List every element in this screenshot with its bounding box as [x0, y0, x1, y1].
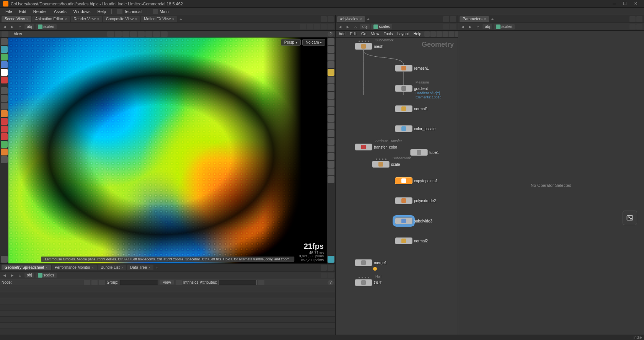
snap3-tool-icon[interactable]: [1, 133, 8, 140]
table-row[interactable]: [0, 323, 335, 329]
node-normal1[interactable]: normal1: [395, 105, 428, 112]
tab-geometry-spreadsheet[interactable]: Geometry Spreadsheet×: [2, 265, 51, 270]
view-menu-icon[interactable]: [2, 31, 8, 37]
tab-scene-view[interactable]: Scene View×: [2, 16, 31, 22]
path-obj[interactable]: obj: [24, 24, 34, 29]
filter-icon[interactable]: [258, 280, 264, 285]
display-opt-icon[interactable]: [328, 115, 334, 122]
menu-windows[interactable]: Windows: [70, 8, 94, 15]
menu-edit[interactable]: Edit: [16, 8, 29, 15]
close-icon[interactable]: ×: [484, 17, 486, 21]
add-tab-button[interactable]: +: [154, 265, 160, 270]
close-icon[interactable]: ×: [121, 266, 123, 270]
close-icon[interactable]: ×: [148, 266, 150, 270]
vp-tool-icon[interactable]: [145, 31, 152, 37]
pin-icon[interactable]: [300, 24, 306, 29]
display-opt-icon[interactable]: [328, 153, 334, 160]
pin-icon[interactable]: [321, 273, 327, 278]
net-tool-icon[interactable]: [424, 31, 430, 37]
back-button[interactable]: ◄: [2, 24, 8, 29]
display-opt-icon[interactable]: [328, 46, 334, 53]
display-opt-icon[interactable]: [328, 138, 334, 145]
path-scales[interactable]: scales: [36, 273, 56, 278]
move-tool-icon[interactable]: [1, 46, 8, 53]
snapshot-icon[interactable]: [314, 24, 320, 29]
node-remesh1[interactable]: remesh1: [395, 65, 429, 72]
table-row[interactable]: [0, 298, 335, 304]
snap2-tool-icon[interactable]: [1, 126, 8, 132]
node-OUT[interactable]: OUTNull: [355, 279, 382, 286]
home-icon[interactable]: ⌂: [17, 24, 23, 29]
network-canvas[interactable]: Geometry: [336, 38, 458, 340]
vertices-icon[interactable]: [91, 280, 98, 285]
link-icon[interactable]: [636, 24, 642, 29]
forward-button[interactable]: ►: [467, 24, 473, 29]
display-opt-icon[interactable]: [328, 107, 334, 114]
magnet-tool-icon[interactable]: [1, 110, 8, 117]
net-menu-edit[interactable]: Edit: [349, 32, 358, 36]
display-opt-icon[interactable]: [328, 61, 334, 68]
link-icon[interactable]: [307, 24, 313, 29]
menu-file[interactable]: File: [2, 8, 15, 15]
menu-render[interactable]: Render: [30, 8, 50, 15]
vp-tool-icon[interactable]: [107, 31, 114, 37]
close-button[interactable]: ✕: [630, 1, 641, 7]
view-label[interactable]: View: [9, 32, 27, 36]
view-label[interactable]: View: [160, 280, 174, 284]
tab-bundle-list[interactable]: Bundle List×: [98, 265, 126, 270]
net-menu-tools[interactable]: Tools: [382, 32, 394, 36]
group-field[interactable]: [120, 280, 158, 285]
node-transfer_color[interactable]: transfer_colorAttribute Transfer: [355, 144, 397, 150]
paint-tool-icon[interactable]: [1, 95, 8, 102]
prims-icon[interactable]: [99, 280, 105, 285]
tab-render-view[interactable]: Render View×: [71, 16, 102, 22]
display-opt-icon[interactable]: [328, 130, 334, 137]
sculpt-tool-icon[interactable]: [1, 103, 8, 110]
close-icon[interactable]: ×: [97, 17, 99, 21]
link-icon[interactable]: [450, 24, 456, 29]
lighting-icon[interactable]: [328, 69, 334, 76]
node-merge1[interactable]: merge1: [355, 259, 387, 266]
display-opt-icon[interactable]: [328, 145, 334, 152]
tab-motion-fx-view[interactable]: Motion FX View×: [141, 16, 177, 22]
net-menu-layout[interactable]: Layout: [396, 32, 410, 36]
flipbook-icon[interactable]: [328, 24, 334, 29]
pane-expand-icon[interactable]: [636, 16, 642, 22]
tab-composite-view[interactable]: Composite View×: [103, 16, 140, 22]
close-icon[interactable]: ×: [172, 17, 174, 21]
net-menu-add[interactable]: Add: [337, 32, 347, 36]
close-icon[interactable]: ×: [92, 266, 94, 270]
scale-tool-icon[interactable]: [1, 61, 8, 68]
close-icon[interactable]: ×: [135, 17, 137, 21]
pane-expand-icon[interactable]: [450, 16, 456, 22]
display-opt-icon[interactable]: [328, 161, 334, 168]
desktop-technical[interactable]: Technical: [114, 8, 145, 15]
back-button[interactable]: ◄: [2, 273, 8, 278]
home-icon[interactable]: ⌂: [17, 273, 23, 278]
picture-in-picture-button[interactable]: [623, 211, 637, 225]
display-opt-icon[interactable]: [328, 176, 334, 183]
help-icon[interactable]: ?: [328, 280, 334, 285]
path-scales[interactable]: scales: [494, 24, 514, 29]
tab-performance-monitor[interactable]: Performance Monitor×: [52, 265, 97, 270]
snap-tool-icon[interactable]: [1, 118, 8, 125]
points-icon[interactable]: [84, 280, 90, 285]
home-icon[interactable]: ⌂: [475, 24, 481, 29]
vp-tool-icon[interactable]: [153, 31, 160, 37]
display-settings-icon[interactable]: [328, 256, 334, 263]
pane-expand-icon[interactable]: [328, 265, 334, 271]
camera-select-button[interactable]: No cam ▾: [302, 39, 325, 46]
path-obj[interactable]: obj: [24, 273, 34, 278]
tab-network[interactable]: /obj/scales×: [337, 16, 365, 22]
tab-animation-editor[interactable]: Animation Editor×: [32, 16, 70, 22]
pointer-tool-icon[interactable]: [1, 69, 8, 76]
display-opt-icon[interactable]: [328, 92, 334, 99]
home-icon[interactable]: ⌂: [352, 24, 359, 29]
select-tool-icon[interactable]: [1, 38, 8, 45]
pane-menu-icon[interactable]: [443, 16, 449, 22]
node-subdivide3[interactable]: subdivide3: [395, 217, 432, 224]
close-icon[interactable]: ×: [65, 17, 67, 21]
link-icon[interactable]: [328, 273, 334, 278]
table-row[interactable]: [0, 286, 335, 292]
forward-button[interactable]: ►: [345, 24, 351, 29]
